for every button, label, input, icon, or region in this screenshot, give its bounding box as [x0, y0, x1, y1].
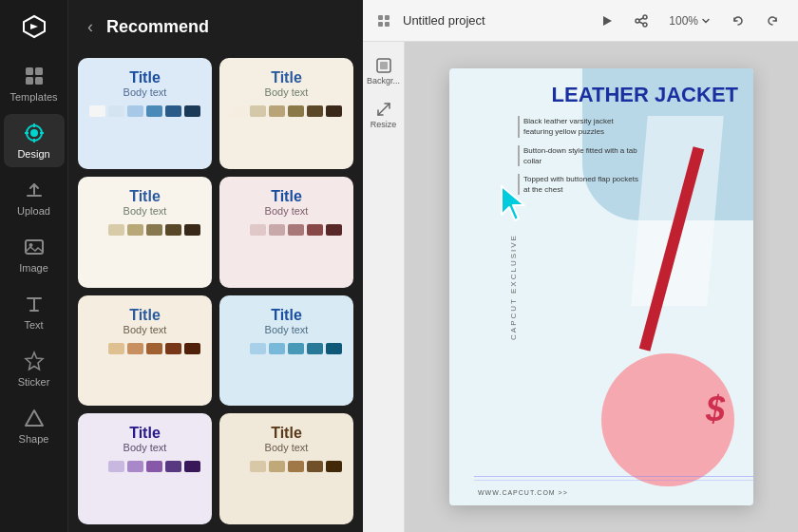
swatch-row-2	[89, 224, 200, 236]
swatch-1-3	[288, 105, 304, 117]
card-title-2: Title	[89, 188, 200, 205]
sidebar-item-image[interactable]: Image	[4, 228, 65, 281]
svg-point-17	[643, 15, 647, 19]
swatch-row-6	[89, 461, 200, 472]
share-button[interactable]	[627, 10, 656, 31]
theme-card-5[interactable]: TitleBody text	[219, 295, 353, 407]
app-logo[interactable]	[19, 11, 49, 42]
vertical-text: CAPCUT EXCLUSIVE	[509, 234, 518, 340]
swatch-5-5	[326, 343, 342, 354]
card-body-2: Body text	[89, 205, 200, 217]
theme-card-4[interactable]: TitleBody text	[78, 295, 212, 407]
card-body-6: Body text	[89, 442, 200, 453]
design-panel: ‹ Recommend TitleBody textTitleBody text…	[68, 0, 363, 532]
swatch-2-2	[127, 224, 143, 236]
svg-rect-15	[385, 22, 390, 27]
swatch-4-2	[127, 343, 143, 354]
swatch-4-0	[89, 343, 105, 354]
swatch-0-1	[108, 105, 124, 117]
swatch-6-3	[146, 461, 162, 472]
templates-label: Templates	[10, 91, 57, 103]
swatch-2-5	[184, 224, 200, 236]
panel-header: ‹ Recommend	[68, 0, 363, 50]
play-button[interactable]	[593, 10, 621, 31]
card-body-3: Body text	[231, 205, 342, 217]
theme-card-3[interactable]: TitleBody text	[219, 177, 353, 288]
svg-point-19	[643, 23, 647, 27]
undo-button[interactable]	[724, 10, 752, 31]
swatch-3-1	[250, 224, 266, 236]
swatch-5-4	[307, 343, 323, 354]
card-body-1: Body text	[231, 86, 342, 98]
sidebar-item-shape[interactable]: Shape	[4, 399, 65, 452]
image-icon	[23, 236, 46, 258]
swatch-1-1	[250, 105, 266, 117]
sidebar-item-templates[interactable]: Templates	[4, 57, 65, 110]
svg-marker-16	[603, 16, 612, 26]
card-title-6: Title	[89, 425, 200, 442]
canvas-tool-resize[interactable]: Resize	[367, 95, 401, 135]
swatch-7-3	[288, 461, 304, 472]
sidebar-item-sticker[interactable]: Sticker	[4, 342, 65, 395]
swatch-7-0	[231, 461, 247, 472]
sidebar-item-design[interactable]: Design	[4, 114, 65, 167]
svg-rect-13	[385, 15, 390, 20]
text-label: Text	[24, 319, 43, 331]
templates-icon	[23, 65, 46, 87]
zoom-control[interactable]: 100%	[661, 10, 718, 31]
theme-card-2[interactable]: TitleBody text	[78, 177, 212, 288]
swatch-6-0	[89, 461, 105, 472]
main-area: Untitled project 100%	[363, 0, 798, 532]
svg-point-5	[30, 129, 38, 137]
canvas-topbar: Untitled project 100%	[363, 0, 798, 42]
desc-3: Topped with buttoned flap pockets at the…	[518, 174, 641, 195]
swatch-2-1	[108, 224, 124, 236]
design-label: Design	[17, 148, 49, 160]
project-name: Untitled project	[403, 13, 583, 28]
card-body-7: Body text	[231, 442, 342, 453]
swatch-6-4	[165, 461, 181, 472]
swatch-4-1	[108, 343, 124, 354]
design-headline: LEATHER JACKET	[518, 84, 738, 106]
svg-rect-3	[35, 77, 43, 85]
svg-line-21	[639, 22, 643, 24]
canvas-tool-background[interactable]: Backgr...	[367, 51, 401, 91]
swatch-4-3	[146, 343, 162, 354]
shape-icon	[23, 407, 46, 429]
panel-title: Recommend	[106, 17, 209, 37]
svg-point-11	[28, 243, 32, 247]
design-preview: $ CAPCUT EXCLUSIVE LEATHER JACKET Black …	[449, 68, 753, 505]
card-title-1: Title	[231, 69, 342, 86]
swatch-0-0	[89, 105, 105, 117]
theme-card-6[interactable]: TitleBody text	[78, 413, 212, 524]
shape-label: Shape	[19, 433, 49, 445]
theme-card-1[interactable]: TitleBody text	[219, 58, 353, 169]
upload-label: Upload	[17, 205, 50, 217]
swatch-6-1	[108, 461, 124, 472]
swatch-7-2	[269, 461, 285, 472]
svg-rect-10	[26, 240, 43, 254]
card-body-0: Body text	[89, 86, 200, 98]
sidebar-item-upload[interactable]: Upload	[4, 171, 65, 224]
swatch-5-3	[288, 343, 304, 354]
redo-button[interactable]	[758, 10, 787, 31]
swatch-3-3	[288, 224, 304, 236]
design-icon	[23, 122, 46, 144]
swatch-row-5	[231, 343, 342, 354]
sidebar-item-text[interactable]: Text	[4, 285, 65, 338]
canvas-left-tools: Backgr... Resize	[363, 42, 405, 532]
toolbar-right: 100%	[593, 10, 787, 31]
theme-card-7[interactable]: TitleBody text	[219, 413, 353, 524]
swatch-0-5	[184, 105, 200, 117]
back-button[interactable]: ‹	[82, 15, 99, 39]
canvas-viewport[interactable]: $ CAPCUT EXCLUSIVE LEATHER JACKET Black …	[405, 42, 798, 532]
card-body-4: Body text	[89, 324, 200, 335]
card-title-7: Title	[231, 425, 342, 442]
swatch-row-3	[231, 224, 342, 236]
theme-card-0[interactable]: TitleBody text	[78, 58, 212, 169]
swatch-row-7	[231, 461, 342, 472]
swatch-5-2	[269, 343, 285, 354]
sticker-icon	[23, 350, 46, 372]
swatch-6-2	[127, 461, 143, 472]
svg-rect-0	[26, 67, 33, 75]
